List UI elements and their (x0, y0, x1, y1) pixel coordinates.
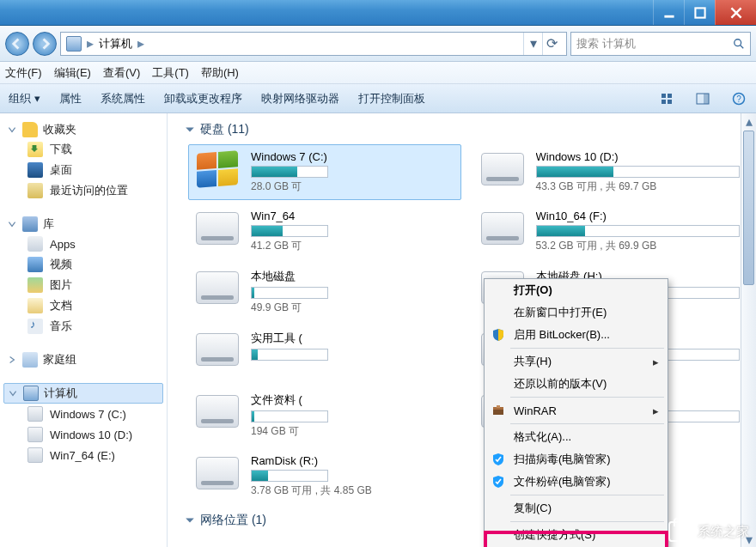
svg-point-2 (735, 39, 741, 46)
ctx-open[interactable]: 打开(O) (485, 279, 668, 301)
forward-button[interactable] (33, 32, 57, 56)
menu-file[interactable]: 文件(F) (5, 65, 42, 81)
menu-view[interactable]: 查看(V) (103, 65, 140, 81)
sidebar-item-drive-e[interactable]: Win7_64 (E:) (3, 445, 163, 465)
toolbar-uninstall[interactable]: 卸载或更改程序 (164, 91, 242, 106)
breadcrumb-sep-icon: ▸ (87, 35, 94, 52)
sidebar-item-label: 图片 (50, 277, 72, 293)
hdd-icon (196, 395, 239, 428)
ctx-restore-versions[interactable]: 还原以前的版本(V) (485, 373, 668, 395)
collapse-icon (7, 125, 17, 135)
maximize-button[interactable] (684, 0, 715, 25)
toolbar-organize[interactable]: 组织 ▾ (9, 91, 40, 106)
sidebar-item-drive-d[interactable]: Windows 10 (D:) (3, 424, 163, 445)
ctx-format[interactable]: 格式化(A)... (485, 426, 668, 448)
view-options-icon[interactable] (658, 90, 675, 107)
drive-space: 41.2 GB 可 (251, 239, 455, 253)
sidebar-item-recent[interactable]: 最近访问的位置 (3, 180, 163, 201)
toolbar-ctrlpanel[interactable]: 打开控制面板 (358, 91, 425, 106)
ctx-winrar[interactable]: WinRAR▸ (485, 399, 668, 422)
back-button[interactable] (5, 32, 29, 56)
scrollbar-thumb[interactable] (743, 131, 754, 285)
ctx-create-shortcut[interactable]: 创建快捷方式(S) (485, 524, 668, 546)
drive-icon (27, 427, 43, 442)
breadcrumb-root[interactable]: 计算机 (99, 36, 132, 52)
minimize-button[interactable] (653, 0, 684, 25)
drive-item[interactable]: Win10_64 (F:)53.2 GB 可用 , 共 69.9 GB (473, 204, 747, 259)
ctx-file-shred[interactable]: 文件粉碎(电脑管家) (485, 471, 668, 493)
sidebar-item-label: Win7_64 (E:) (50, 449, 115, 462)
capacity-bar (251, 410, 328, 422)
ctx-share[interactable]: 共享(H)▸ (485, 350, 668, 373)
sidebar-item-label: 计算机 (44, 386, 77, 401)
sidebar-item-desktop[interactable]: 桌面 (3, 160, 163, 180)
ctx-open-new-window[interactable]: 在新窗口中打开(E) (485, 301, 668, 324)
drive-name: 实用工具 ( (251, 331, 455, 346)
sidebar-favorites-header[interactable]: 收藏夹 (3, 120, 163, 139)
sidebar-homegroup-header[interactable]: 家庭组 (3, 350, 163, 369)
drive-item[interactable]: Win7_6441.2 GB 可 (188, 204, 461, 259)
section-hdd-header[interactable]: 硬盘 (11) (168, 113, 756, 141)
address-bar[interactable]: ▸ 计算机 ▸ ▾ ⟳ (60, 32, 567, 56)
qqguanjia-icon (490, 473, 507, 490)
capacity-bar (536, 225, 741, 237)
sidebar-item-drive-c[interactable]: Windows 7 (C:) (3, 404, 163, 424)
close-button[interactable] (715, 0, 756, 25)
drive-item[interactable]: Windows 10 (D:)43.3 GB 可用 , 共 69.7 GB (473, 144, 747, 200)
ctx-separator (510, 348, 664, 349)
sidebar-computer-header[interactable]: 计算机 (3, 383, 163, 404)
submenu-arrow-icon: ▸ (653, 356, 659, 368)
drive-item[interactable]: RamDisk (R:)3.78 GB 可用 , 共 4.85 GB (188, 448, 461, 504)
scroll-up-icon[interactable]: ▴ (741, 113, 756, 129)
drive-item[interactable]: Windows 7 (C:)28.0 GB 可 (188, 144, 461, 200)
sidebar-item-apps[interactable]: Apps (3, 234, 163, 254)
refresh-button[interactable]: ⟳ (542, 33, 561, 55)
address-dropdown-button[interactable]: ▾ (523, 33, 542, 55)
search-placeholder: 搜索 计算机 (576, 36, 636, 52)
sidebar-item-music[interactable]: 音乐 (3, 316, 163, 337)
sidebar-item-videos[interactable]: 视频 (3, 254, 163, 275)
sidebar-item-downloads[interactable]: 下载 (3, 139, 163, 160)
collapse-icon (185, 515, 195, 526)
drive-item[interactable]: 实用工具 ( (188, 325, 461, 383)
sidebar-item-label: 最近访问的位置 (50, 183, 128, 198)
libraries-icon (22, 216, 38, 232)
toolbar-sysprops[interactable]: 系统属性 (101, 91, 145, 106)
ctx-scan-virus[interactable]: 扫描病毒(电脑管家) (485, 448, 668, 471)
drive-item[interactable]: 文件资料 (194 GB 可 (188, 386, 461, 445)
ctx-bitlocker[interactable]: 启用 BitLocker(B)... (485, 324, 668, 346)
hdd-icon (481, 212, 524, 245)
context-menu: 打开(O) 在新窗口中打开(E) 启用 BitLocker(B)... 共享(H… (484, 278, 668, 547)
sidebar-item-label: 视频 (50, 257, 72, 272)
winrar-icon (490, 402, 507, 419)
capacity-bar (251, 287, 328, 299)
capacity-bar (536, 166, 741, 178)
drive-name: 文件资料 ( (251, 392, 455, 408)
sidebar-item-documents[interactable]: 文档 (3, 295, 163, 316)
toolbar-mapdrive[interactable]: 映射网络驱动器 (261, 91, 339, 106)
drive-item[interactable]: 本地磁盘49.9 GB 可 (188, 263, 461, 321)
documents-icon (27, 298, 43, 313)
hdd-icon (196, 212, 239, 245)
recent-icon (27, 183, 43, 198)
pictures-icon (27, 277, 43, 293)
help-icon[interactable]: ? (730, 90, 747, 107)
ctx-copy[interactable]: 复制(C) (485, 497, 668, 520)
sidebar-item-label: 收藏夹 (43, 122, 76, 137)
favorites-icon (22, 122, 38, 137)
sidebar-item-label: 桌面 (50, 162, 72, 178)
search-input[interactable]: 搜索 计算机 (570, 32, 751, 56)
sidebar-libraries-header[interactable]: 库 (3, 215, 163, 234)
vertical-scrollbar[interactable]: ▴ ▾ (741, 113, 756, 547)
menu-edit[interactable]: 编辑(E) (54, 65, 91, 81)
menu-help[interactable]: 帮助(H) (201, 65, 239, 81)
sidebar-item-label: 文档 (50, 298, 72, 313)
sidebar-item-pictures[interactable]: 图片 (3, 275, 163, 295)
toolbar-properties[interactable]: 属性 (59, 91, 82, 106)
desktop-icon (27, 162, 43, 178)
drive-name: Win10_64 (F:) (536, 210, 741, 222)
menu-tools[interactable]: 工具(T) (152, 65, 189, 81)
preview-pane-icon[interactable] (694, 90, 711, 107)
drive-icon (27, 447, 43, 463)
sidebar-item-label: Windows 7 (C:) (50, 408, 126, 421)
